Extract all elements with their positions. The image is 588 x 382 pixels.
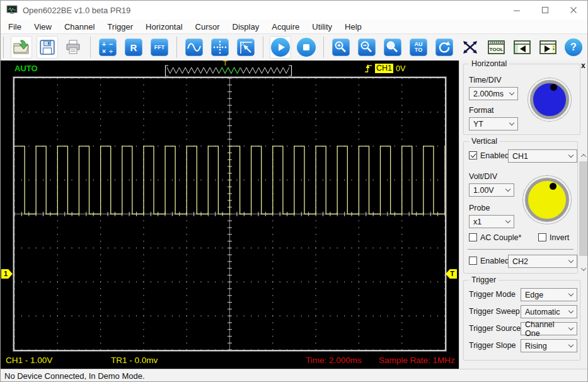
auto-setup-icon: AUTO xyxy=(410,38,427,56)
trigger-level-marker[interactable]: T xyxy=(446,269,457,279)
menu-item-cursor[interactable]: Cursor xyxy=(189,21,226,33)
menu-item-acquire[interactable]: Acquire xyxy=(265,21,306,33)
toolbar-separator xyxy=(263,37,263,58)
waveform-preview-strip[interactable]: T xyxy=(164,61,293,77)
zoom-in-button[interactable] xyxy=(330,36,352,59)
reference-button[interactable]: R xyxy=(123,36,144,59)
reference-icon: R xyxy=(125,38,142,56)
invert-label: Invert xyxy=(550,233,569,242)
invert-checkbox[interactable] xyxy=(538,233,546,241)
trigger-source-select[interactable]: Channel One xyxy=(521,322,577,335)
scrollbar-down-button[interactable] xyxy=(579,264,588,274)
panel-scrollbar[interactable] xyxy=(579,151,588,274)
timediv-select[interactable]: 2.000ms xyxy=(469,87,518,100)
menu-item-display[interactable]: Display xyxy=(226,21,266,33)
expand-button[interactable] xyxy=(459,36,481,59)
trigger-sweep-label: Trigger Sweep xyxy=(469,307,520,316)
zoom-in-icon xyxy=(332,38,350,56)
chevron-down-icon xyxy=(568,153,574,158)
status-bar: No Device Connected, In Demo Mode. xyxy=(1,369,587,382)
scrollbar-thumb[interactable] xyxy=(579,161,588,256)
window-title: Open6022BE v1.0 beta PR19 xyxy=(23,6,130,15)
open-button[interactable] xyxy=(11,36,32,59)
channel1-position-marker[interactable]: 1 xyxy=(1,269,13,279)
voltdiv-select[interactable]: 1.00V xyxy=(469,183,514,197)
ch1-enabled-checkbox[interactable] xyxy=(469,151,477,159)
app-window: Open6022BE v1.0 beta PR19 FileViewChanne… xyxy=(0,0,588,382)
ac-couple-checkbox[interactable] xyxy=(469,233,477,241)
fft-button[interactable]: FFT xyxy=(149,36,170,59)
tool-window-icon: TOOL xyxy=(488,40,505,55)
auto-setup-button[interactable]: AUTO xyxy=(408,36,429,59)
math-icon: +−×÷ xyxy=(99,38,117,56)
control-panel: x Horizontal Time/DIV 2.000ms Format YT … xyxy=(459,61,588,369)
menu-item-view[interactable]: View xyxy=(28,21,58,33)
svg-text:TOOL: TOOL xyxy=(489,47,503,52)
trigger-mode-select[interactable]: Edge xyxy=(521,288,577,301)
horizontal-knob[interactable] xyxy=(527,78,572,122)
format-label: Format xyxy=(469,106,494,115)
window-controls xyxy=(502,1,587,20)
refresh-button[interactable] xyxy=(434,36,455,59)
save-button[interactable] xyxy=(37,36,58,59)
horizontal-group-title: Horizontal xyxy=(469,59,509,68)
timebase-readout: Time: 2.000ms xyxy=(306,356,362,365)
panel-left-button[interactable] xyxy=(511,36,533,59)
probe-select[interactable]: x1 xyxy=(469,215,514,228)
zoom-reset-icon xyxy=(384,38,401,56)
waveform-button[interactable] xyxy=(183,36,205,59)
menu-item-trigger[interactable]: Trigger xyxy=(101,21,139,33)
close-button[interactable] xyxy=(559,1,587,20)
maximize-button[interactable] xyxy=(531,1,559,20)
start-button[interactable] xyxy=(270,36,291,59)
timediv-label: Time/DIV xyxy=(469,76,502,84)
trigger-mode-label: Trigger Mode xyxy=(469,290,516,299)
toolbar: +−×÷RFFTAUTOTOOL? xyxy=(1,33,587,61)
menu-item-utility[interactable]: Utility xyxy=(306,21,338,33)
chevron-down-icon xyxy=(581,265,586,270)
scrollbar-up-button[interactable] xyxy=(579,151,588,160)
trigger-info: CH1 0V xyxy=(364,64,405,73)
sample-rate-readout: Sample Rate: 1MHz xyxy=(379,356,455,365)
math-button[interactable]: +−×÷ xyxy=(97,36,118,59)
panel-right-button[interactable] xyxy=(537,36,558,59)
measure-button[interactable] xyxy=(235,36,257,59)
title-bar: Open6022BE v1.0 beta PR19 xyxy=(1,1,587,20)
minimize-button[interactable] xyxy=(502,1,531,20)
trigger-source-label: Trigger Source xyxy=(469,324,521,333)
format-select[interactable]: YT xyxy=(469,117,518,130)
crosshair-icon xyxy=(211,38,229,56)
menu-item-file[interactable]: File xyxy=(2,21,28,33)
print-button[interactable] xyxy=(62,36,84,59)
menu-item-horizontal[interactable]: Horizontal xyxy=(139,21,189,33)
help-button[interactable]: ? xyxy=(563,36,584,59)
panel-close-button[interactable]: x xyxy=(581,61,585,70)
chevron-down-icon xyxy=(568,308,574,313)
horizontal-group: Horizontal Time/DIV 2.000ms Format YT xyxy=(463,64,580,135)
channel1-select[interactable]: CH1 xyxy=(508,149,577,163)
vertical-knob[interactable] xyxy=(522,175,572,224)
crosshair-button[interactable] xyxy=(209,36,231,59)
tool-window-button[interactable]: TOOL xyxy=(485,36,507,59)
channel2-select[interactable]: CH2 xyxy=(508,255,577,268)
app-icon xyxy=(6,5,18,15)
scope-display xyxy=(13,77,446,351)
toolbar-separator xyxy=(176,37,177,58)
zoom-reset-button[interactable] xyxy=(382,36,403,59)
zoom-out-button[interactable] xyxy=(356,36,378,59)
menu-item-channel[interactable]: Channel xyxy=(58,21,101,33)
ch2-enabled-checkbox[interactable] xyxy=(469,257,477,265)
trigger-sweep-select[interactable]: Automatic xyxy=(521,305,577,318)
chevron-down-icon xyxy=(568,291,574,296)
start-icon xyxy=(271,38,290,57)
menu-item-help[interactable]: Help xyxy=(338,21,368,33)
status-message: No Device Connected, In Demo Mode. xyxy=(4,371,145,381)
scope-graticule-and-trace xyxy=(14,78,445,350)
stop-button[interactable] xyxy=(296,36,317,59)
rising-edge-icon xyxy=(364,64,372,73)
trigger-slope-select[interactable]: Rising xyxy=(521,339,577,352)
scope-region: AUTO T CH1 0V 1 T CH1 - 1.00V TR1 - 0.0m… xyxy=(1,61,459,369)
panel-left-icon xyxy=(514,40,531,55)
trigger-level-value: 0V xyxy=(396,64,405,73)
waveform-icon xyxy=(185,38,203,56)
